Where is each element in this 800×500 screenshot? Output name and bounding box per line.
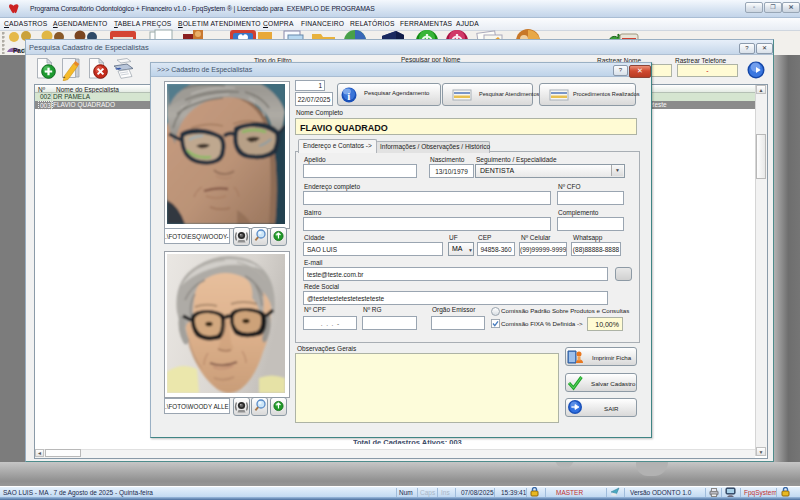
svg-text:i: i (347, 90, 350, 102)
